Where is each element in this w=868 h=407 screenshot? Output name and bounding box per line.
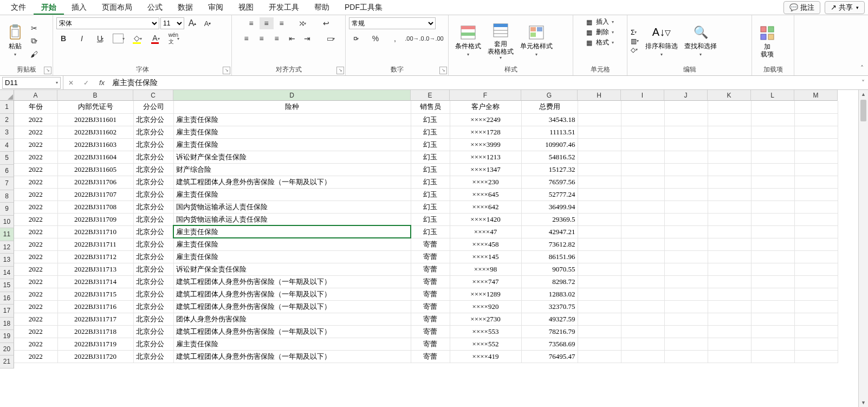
cell[interactable] [751, 250, 794, 263]
font-size-select[interactable]: 11 [160, 17, 184, 29]
cell[interactable]: 寄蕾 [411, 275, 450, 288]
cell[interactable]: 建筑工程团体人身意外伤害保险（一年期及以下） [173, 176, 411, 188]
col-header-G[interactable]: G [521, 90, 578, 101]
cell[interactable]: 幻玉 [411, 138, 450, 151]
row-header-16[interactable]: 16 [0, 292, 14, 305]
cell[interactable] [794, 350, 838, 363]
cell[interactable]: ××××1420 [450, 213, 521, 225]
border-button[interactable]: ▾ [112, 33, 126, 44]
accept-formula-button[interactable]: ✓ [79, 77, 94, 89]
menu-tab-3[interactable]: 页面布局 [94, 1, 140, 14]
cell[interactable]: 分公司 [133, 101, 173, 113]
cell[interactable]: 客户全称 [450, 101, 521, 113]
cell[interactable]: 北京分公 [133, 201, 173, 213]
cell[interactable]: 北京分公 [133, 288, 173, 300]
cell[interactable]: 76495.47 [521, 350, 578, 363]
row-header-11[interactable]: 11 [0, 228, 14, 241]
fx-icon[interactable]: fx [94, 79, 110, 87]
cell[interactable] [794, 313, 838, 325]
collapse-ribbon-button[interactable]: ˄ [857, 63, 867, 73]
cell[interactable]: 雇主责任保险 [173, 225, 411, 238]
cell[interactable]: 财产综合险 [173, 163, 411, 176]
cell[interactable]: 北京分公 [133, 300, 173, 313]
row-header-19[interactable]: 19 [0, 330, 14, 343]
cell[interactable]: 北京分公 [133, 213, 173, 225]
cell[interactable]: 2022 [14, 300, 57, 313]
cell[interactable] [664, 163, 708, 176]
cell[interactable]: ××××645 [450, 188, 521, 201]
number-format-select[interactable]: 常规 [349, 17, 436, 29]
row-header-13[interactable]: 13 [0, 254, 14, 267]
cell[interactable] [621, 163, 664, 176]
cell[interactable]: 年份 [14, 101, 57, 113]
cell[interactable]: 北京分公 [133, 113, 173, 126]
phonetic-button[interactable]: wén文▾ [167, 33, 181, 44]
col-header-A[interactable]: A [14, 90, 57, 101]
cell[interactable] [664, 250, 708, 263]
menu-tab-9[interactable]: 帮助 [307, 1, 337, 14]
cell[interactable]: 寄蕾 [411, 263, 450, 275]
cell[interactable]: 2022 [14, 275, 57, 288]
cell[interactable] [664, 225, 708, 238]
col-header-H[interactable]: H [578, 90, 621, 101]
bold-button[interactable]: B [56, 33, 70, 44]
col-header-E[interactable]: E [411, 90, 450, 101]
row-header-8[interactable]: 8 [0, 190, 14, 203]
cell[interactable]: 建筑工程团体人身意外伤害保险（一年期及以下） [173, 300, 411, 313]
cell[interactable]: 销售员 [411, 101, 450, 113]
cell[interactable] [621, 201, 664, 213]
cell[interactable]: 诉讼财产保全责任保险 [173, 151, 411, 163]
cell[interactable]: 2022 [14, 138, 57, 151]
cell[interactable] [621, 350, 664, 363]
cell[interactable]: 42947.21 [521, 225, 578, 238]
cell[interactable]: 2022BJ311718 [57, 325, 133, 338]
cell[interactable] [621, 126, 664, 138]
cell[interactable]: 雇主责任保险 [173, 188, 411, 201]
cell[interactable]: 总费用 [521, 101, 578, 113]
cell[interactable] [751, 201, 794, 213]
cell[interactable] [794, 263, 838, 275]
menu-tab-1[interactable]: 开始 [34, 1, 64, 15]
cell[interactable]: ××××2249 [450, 113, 521, 126]
cell[interactable]: 寄蕾 [411, 338, 450, 350]
format-cells-button[interactable]: ▦ 格式 ▾ [586, 38, 614, 47]
cell[interactable]: 北京分公 [133, 188, 173, 201]
cell[interactable] [578, 163, 621, 176]
col-header-J[interactable]: J [664, 90, 708, 101]
cell[interactable]: ××××1347 [450, 163, 521, 176]
cell[interactable]: 2022 [14, 151, 57, 163]
name-box[interactable]: D11 ▾ [2, 77, 61, 89]
autosum-button[interactable]: Σ▾ [631, 29, 639, 36]
cell[interactable]: 2022BJ311710 [57, 225, 133, 238]
col-header-I[interactable]: I [621, 90, 664, 101]
cut-button[interactable]: ✂ [27, 22, 41, 34]
row-header-20[interactable]: 20 [0, 343, 14, 356]
cell[interactable]: 2022BJ311712 [57, 250, 133, 263]
cell[interactable]: 78216.79 [521, 325, 578, 338]
cell[interactable] [794, 300, 838, 313]
menu-tab-5[interactable]: 数据 [170, 1, 200, 14]
cell[interactable]: 幻玉 [411, 176, 450, 188]
row-header-1[interactable]: 1 [0, 101, 14, 114]
cell[interactable] [751, 288, 794, 300]
cell[interactable]: ××××145 [450, 250, 521, 263]
cell[interactable]: 2022BJ311603 [57, 138, 133, 151]
cell[interactable]: 建筑工程团体人身意外伤害保险（一年期及以下） [173, 275, 411, 288]
indent-decrease-button[interactable]: ⇤ [285, 33, 299, 44]
cell[interactable] [621, 313, 664, 325]
cell[interactable]: 2022BJ311605 [57, 163, 133, 176]
number-dialog-launcher[interactable]: ↘ [439, 67, 447, 74]
decrease-font-button[interactable]: A▾ [200, 17, 215, 29]
cell[interactable]: 86151.96 [521, 250, 578, 263]
row-header-14[interactable]: 14 [0, 267, 14, 280]
cell[interactable] [794, 126, 838, 138]
scroll-up-icon[interactable]: ▲ [859, 90, 868, 99]
cell[interactable]: ××××47 [450, 225, 521, 238]
cell[interactable] [621, 225, 664, 238]
fill-color-button[interactable]: ◇▾ [130, 33, 144, 44]
cell[interactable]: 北京分公 [133, 138, 173, 151]
cell[interactable]: 2022BJ311720 [57, 350, 133, 363]
cell[interactable] [621, 275, 664, 288]
cell[interactable] [708, 138, 751, 151]
row-header-12[interactable]: 12 [0, 241, 14, 254]
